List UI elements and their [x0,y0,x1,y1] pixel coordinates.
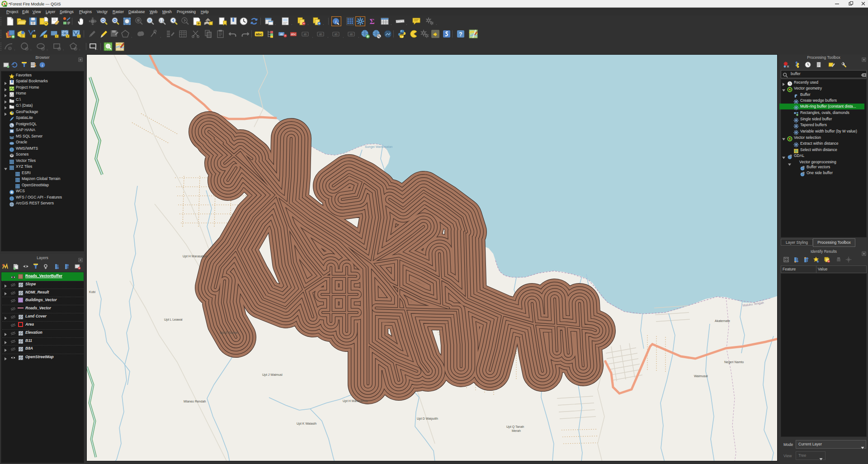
svg-text:ab: ab [280,33,283,36]
svg-text:Akaternate: Akaternate [715,319,730,322]
svg-text:Upt Q Tanah: Upt Q Tanah [506,425,524,429]
svg-text:Upt H Marasahua: Upt H Marasahua [343,399,368,403]
svg-text:Merah: Merah [512,429,521,432]
svg-text:abc: abc [256,32,262,36]
svg-text:?: ? [459,31,462,38]
svg-text:abc: abc [291,33,296,36]
svg-text:Waimusal: Waimusal [694,374,708,378]
svg-text:ab: ab [319,33,322,36]
svg-text:Negeri Namto: Negeri Namto [724,360,744,364]
svg-text:Sungei Warlomatan: Sungei Warlomatan [365,145,392,149]
svg-text:Upt E Samai: Upt E Samai [220,331,238,335]
svg-text:ab: ab [334,33,338,36]
svg-text:Upt K Waiasih: Upt K Waiasih [297,422,316,426]
svg-text:Upt L Leawai: Upt L Leawai [164,318,183,322]
svg-text:Upt J Waimusi: Upt J Waimusi [262,373,283,377]
svg-text:1:1: 1:1 [159,19,163,22]
svg-text:ab: ab [303,33,307,36]
svg-text:Upt D Waiputih: Upt D Waiputih [417,417,438,421]
svg-text:Kobi: Kobi [89,290,95,294]
svg-text:Mlaneo Rendah: Mlaneo Rendah [184,400,206,403]
svg-text:i: i [335,19,337,24]
svg-text:Σ: Σ [369,17,374,26]
svg-text:ab: ab [349,33,353,36]
svg-text:Upt H Marasahua: Upt H Marasahua [183,255,208,258]
